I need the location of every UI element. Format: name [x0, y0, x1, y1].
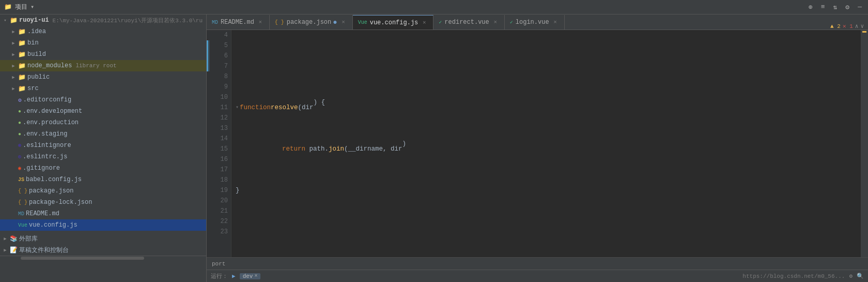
sidebar-item-node-modules[interactable]: ▶ 📁 node_modules library root — [0, 60, 206, 71]
chevron-right-icon: ▶ — [2, 235, 8, 242]
main-layout: ▾ 📁 ruoyi-ui E:\my-Java-20201221\ruoyi\开… — [0, 14, 868, 282]
folder-icon: 📁 — [18, 51, 26, 58]
file-vue-icon: Vue — [18, 222, 27, 228]
sidebar-label-eslintrc: .eslintrc.js — [23, 153, 67, 160]
sidebar-item-public[interactable]: ▶ 📁 public — [0, 71, 206, 83]
tab-close-package-json[interactable]: × — [340, 19, 347, 26]
tab-close-redirect-vue[interactable]: × — [492, 19, 499, 26]
toolbar-icon-sort[interactable]: ⇅ — [831, 2, 840, 12]
tab-close-vue-config[interactable]: × — [421, 19, 428, 26]
run-tag[interactable]: dev × — [240, 273, 261, 279]
warning-count[interactable]: ▲ 2 — [830, 23, 841, 29]
sidebar-label-eslintignore: .eslintignore — [23, 142, 71, 149]
line-num-22: 22 — [213, 216, 228, 227]
sidebar-item-package-json[interactable]: ▶ { } package.json — [0, 185, 206, 197]
tab-close-login-vue[interactable]: × — [552, 19, 559, 26]
chevron-right-icon: ▶ — [10, 74, 17, 80]
line-num-5: 5 — [213, 40, 228, 51]
sidebar-label-editorconfig: .editorconfig — [23, 96, 72, 103]
tab-bar: MD README.md × { } package.json ● × Vue … — [207, 14, 868, 30]
line-num-8: 8 — [213, 71, 228, 82]
line-num-19: 19 — [213, 185, 228, 196]
toolbar-dropdown-icon[interactable]: ▾ — [30, 3, 34, 11]
sidebar-label-env-staging: .env.staging — [23, 130, 67, 138]
sidebar-item-bin[interactable]: ▶ 📁 bin — [0, 37, 206, 49]
sidebar-item-src[interactable]: ▶ 📁 src — [0, 83, 206, 94]
sidebar-item-babel[interactable]: ▶ JS babel.config.js — [0, 174, 206, 185]
chevron-down-icon: ▾ — [2, 17, 8, 23]
sidebar-item-gitignore[interactable]: ▶ ◉ .gitignore — [0, 162, 206, 174]
toolbar-icon-gear[interactable]: ⚙ — [843, 2, 851, 12]
run-tag-label: dev — [243, 273, 253, 279]
chevron-right-icon: ▶ — [2, 247, 8, 253]
folder-icon: 📁 — [18, 62, 26, 70]
sidebar-item-vue-config[interactable]: ▶ Vue vue.config.js — [0, 219, 206, 231]
chevron-right-icon: ▶ — [10, 51, 17, 57]
file-js-icon: JS — [18, 177, 24, 183]
fold-btn-5[interactable]: ▾ — [236, 102, 239, 113]
folder-icon: 📁 — [18, 39, 26, 47]
sidebar-item-build[interactable]: ▶ 📁 build — [0, 49, 206, 60]
sidebar: ▾ 📁 ruoyi-ui E:\my-Java-20201221\ruoyi\开… — [0, 14, 207, 282]
sidebar-tag-library-root: library root — [75, 63, 116, 69]
toolbar-project-label: 项目 — [15, 3, 27, 11]
sidebar-item-scratch[interactable]: ▶ 📝 草稿文件和控制台 — [0, 244, 206, 256]
run-tag-close-icon[interactable]: × — [254, 273, 257, 279]
toolbar-icon-minimize[interactable]: — — [856, 2, 864, 12]
tab-close-readme[interactable]: × — [257, 19, 264, 26]
code-line-8 — [236, 227, 861, 237]
status-search-icon[interactable]: 🔍 — [857, 273, 864, 279]
sidebar-item-root[interactable]: ▾ 📁 ruoyi-ui E:\my-Java-20201221\ruoyi\开… — [0, 14, 206, 26]
toolbar: 📁 项目 ▾ ⊕ ≡ ⇅ ⚙ — — [0, 0, 868, 14]
tab-label-vue-config: vue.config.js — [370, 19, 419, 26]
line-num-4: 4 — [213, 30, 228, 40]
line-num-7: 7 — [213, 61, 228, 71]
tab-redirect-vue[interactable]: ✓ redirect.vue × — [433, 15, 504, 29]
tab-label-login-vue: login.vue — [516, 19, 549, 26]
line-num-18: 18 — [213, 175, 228, 185]
sidebar-item-readme[interactable]: ▶ MD README.md — [0, 208, 206, 219]
sidebar-item-eslintignore[interactable]: ▶ ⊗ .eslintignore — [0, 140, 206, 151]
breadcrumb-bar: port — [207, 257, 868, 270]
toolbar-icon-list[interactable]: ≡ — [819, 2, 827, 12]
tab-package-json[interactable]: { } package.json ● × — [270, 15, 353, 29]
file-config-icon: ⚙ — [18, 97, 22, 103]
sidebar-item-env-dev[interactable]: ▶ ● .env.development — [0, 106, 206, 117]
scroll-up-icon[interactable]: ∧ — [855, 23, 859, 29]
sidebar-label-babel: babel.config.js — [26, 176, 82, 183]
code-editor[interactable]: ▾function resolve(dir) { return path.joi… — [231, 30, 861, 257]
folder-icon: 📁 — [18, 28, 26, 36]
file-json-icon: { } — [18, 188, 27, 194]
status-gear-icon[interactable]: ⚙ — [849, 273, 853, 279]
scroll-down-icon[interactable]: ∨ — [860, 23, 864, 29]
sidebar-scrollbar[interactable] — [21, 257, 144, 260]
tab-login-vue[interactable]: ✓ login.vue × — [505, 15, 565, 29]
tab-modified-indicator: ● — [333, 18, 337, 26]
error-count[interactable]: ✕ 1 — [843, 23, 853, 29]
sidebar-item-env-prod[interactable]: ▶ ● .env.production — [0, 117, 206, 128]
editor-area: MD README.md × { } package.json ● × Vue … — [207, 14, 868, 282]
chevron-right-icon: ▶ — [10, 85, 17, 92]
line-num-11: 11 — [213, 102, 228, 113]
sidebar-item-env-staging[interactable]: ▶ ● .env.staging — [0, 128, 206, 140]
sidebar-label-public: public — [27, 73, 50, 81]
sidebar-item-idea[interactable]: ▶ 📁 .idea — [0, 26, 206, 37]
tab-vue-config[interactable]: Vue vue.config.js × — [353, 15, 434, 29]
toolbar-icon-settings[interactable]: ⊕ — [807, 2, 815, 12]
project-folder-icon: 📁 — [4, 3, 12, 11]
tab-icon-vue-config: Vue — [358, 20, 367, 25]
tab-icon-readme: MD — [212, 20, 218, 25]
line-num-15: 15 — [213, 144, 228, 154]
editor-scrollbar-indicator — [861, 30, 868, 257]
sidebar-label-package-json: package.json — [29, 187, 73, 195]
sidebar-item-eslintrc[interactable]: ▶ ⊙ .eslintrc.js — [0, 151, 206, 162]
sidebar-label-bin: bin — [27, 39, 39, 47]
sidebar-label-gitignore: .gitignore — [23, 165, 60, 172]
tab-readme[interactable]: MD README.md × — [207, 15, 270, 29]
sidebar-item-package-lock[interactable]: ▶ { } package-lock.json — [0, 197, 206, 208]
sidebar-item-editorconfig[interactable]: ▶ ⚙ .editorconfig — [0, 94, 206, 106]
sidebar-item-external-libs[interactable]: ▶ 📚 外部库 — [0, 233, 206, 244]
code-line-7: } — [236, 185, 861, 196]
chevron-right-icon: ▶ — [10, 63, 17, 69]
code-line-5: ▾function resolve(dir) { — [236, 102, 861, 113]
